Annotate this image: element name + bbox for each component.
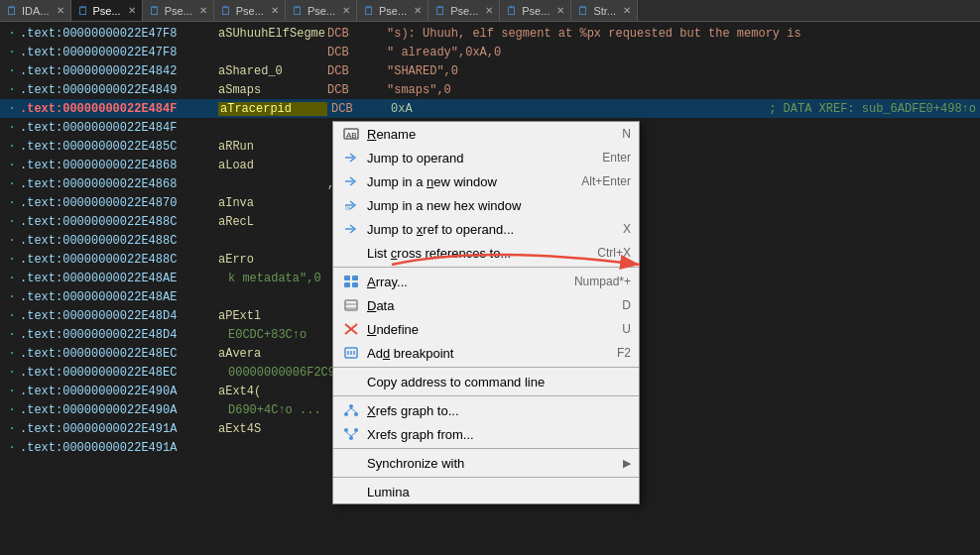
menu-jump-xref-shortcut: X (623, 222, 631, 236)
symbol-name: aShared_0 (218, 64, 327, 78)
address: .text:00000000022E48AE (20, 290, 218, 304)
tab-pse7-close[interactable]: ✕ (556, 5, 564, 16)
svg-rect-5 (344, 282, 350, 287)
symbol-name: aErro (218, 253, 327, 267)
menu-synchronize-label: Synchronize with (367, 456, 623, 471)
svg-rect-4 (352, 276, 358, 280)
tab-str1-label: Str... (593, 5, 616, 17)
tab-pse5-close[interactable]: ✕ (414, 5, 422, 16)
svg-text:0x: 0x (345, 205, 351, 211)
menu-item-jump-xref[interactable]: Jump to xref to operand... X (333, 217, 639, 241)
copy-address-icon (341, 374, 361, 389)
menu-item-rename[interactable]: AB Rename N (333, 122, 639, 146)
address: .text:00000000022E48AE (20, 272, 218, 285)
dot-marker: · (4, 83, 20, 97)
menu-item-list-xrefs[interactable]: List cross references to... Ctrl+X (333, 241, 639, 265)
tab-pse2[interactable]: 🗒 Pse... ✕ (143, 0, 214, 21)
symbol-name: aRecL (218, 215, 327, 229)
menu-separator-2 (333, 367, 639, 368)
menu-item-add-breakpoint[interactable]: Add breakpoint F2 (333, 341, 639, 365)
rename-icon: AB (341, 126, 361, 142)
tab-pse2-close[interactable]: ✕ (199, 5, 207, 16)
symbol-name: aSmaps (218, 83, 327, 97)
menu-item-array[interactable]: Array... Numpad*+ (333, 270, 639, 293)
symbol-name: aTracerpid (218, 102, 327, 116)
jump-hex-window-icon: 0x (341, 197, 361, 213)
dot-marker: · (4, 441, 20, 455)
tab-pse7[interactable]: 🗒 Pse... ✕ (500, 0, 571, 21)
tab-pse5[interactable]: 🗒 Pse... ✕ (357, 0, 429, 21)
menu-list-xrefs-label: List cross references to... (367, 246, 587, 261)
address: .text:00000000022E48D4 (20, 328, 218, 342)
svg-point-16 (349, 404, 353, 408)
instruction: DCB (327, 27, 387, 41)
address: .text:00000000022E488C (20, 215, 218, 229)
tab-pse1[interactable]: 🗒 Pse... ✕ (71, 0, 143, 21)
menu-xrefs-to-label: Xrefs graph to... (367, 403, 621, 418)
tab-pse3-label: Pse... (236, 5, 264, 17)
tab-pse6-close[interactable]: ✕ (485, 5, 493, 16)
menu-separator-4 (333, 448, 639, 449)
tab-pse1-close[interactable]: ✕ (128, 5, 136, 16)
code-line: · .text:00000000022E4849 aSmaps DCB "sma… (0, 80, 980, 99)
menu-copy-address-label: Copy address to command line (367, 375, 621, 389)
instruction: DCB (327, 83, 387, 97)
operand: "s): Uhuuh, elf segment at %px requested… (387, 27, 976, 41)
menu-item-xrefs-graph-from[interactable]: Xrefs graph from... (333, 422, 639, 446)
menu-data-shortcut: D (622, 298, 631, 312)
main-content: · .text:00000000022E47F8 aSUhuuhElfSegme… (0, 22, 980, 555)
menu-item-undefine[interactable]: Undefine U (333, 317, 639, 341)
address: .text:00000000022E485C (20, 140, 218, 154)
tab-ida-icon: 🗒 (6, 4, 18, 18)
address: .text:00000000022E4842 (20, 64, 218, 78)
tab-str1[interactable]: 🗒 Str... ✕ (571, 0, 638, 21)
address: .text:00000000022E47F8 (20, 27, 218, 41)
dot-marker: · (4, 121, 20, 135)
tab-ida-close[interactable]: ✕ (57, 5, 64, 16)
menu-item-jump-operand[interactable]: Jump to operand Enter (333, 146, 639, 169)
tab-pse6[interactable]: 🗒 Pse... ✕ (429, 0, 500, 21)
tab-ida[interactable]: 🗒 IDA... ✕ (0, 0, 71, 21)
address: .text:00000000022E491A (20, 422, 218, 436)
svg-text:AB: AB (346, 131, 357, 140)
dot-marker: · (4, 102, 20, 116)
tab-pse7-label: Pse... (522, 5, 550, 17)
tab-pse4-close[interactable]: ✕ (342, 5, 350, 16)
dot-marker: · (4, 328, 20, 342)
tab-str1-close[interactable]: ✕ (623, 5, 631, 16)
tab-pse3[interactable]: 🗒 Pse... ✕ (214, 0, 286, 21)
symbol-name: aAvera (218, 347, 327, 361)
tab-pse5-label: Pse... (379, 5, 407, 17)
dot-marker: · (4, 272, 20, 285)
tab-pse4[interactable]: 🗒 Pse... ✕ (286, 0, 357, 21)
svg-point-22 (344, 428, 348, 432)
menu-item-xrefs-graph-to[interactable]: Xrefs graph to... (333, 398, 639, 422)
lumina-icon (341, 484, 361, 500)
dot-marker: · (4, 403, 20, 417)
menu-item-jump-new-window[interactable]: Jump in a new window Alt+Enter (333, 169, 639, 193)
menu-item-jump-hex-window[interactable]: 0x Jump in a new hex window (333, 193, 639, 217)
instruction: DCB (327, 46, 387, 59)
tab-pse3-close[interactable]: ✕ (271, 5, 279, 16)
menu-item-data[interactable]: Data D (333, 293, 639, 317)
context-menu: AB Rename N Jump to operand Enter Jump i… (332, 121, 640, 504)
symbol-name: aPExtl (218, 309, 327, 323)
synchronize-icon (341, 455, 361, 471)
svg-line-20 (351, 408, 356, 412)
array-icon (341, 274, 361, 289)
menu-item-lumina[interactable]: Lumina (333, 480, 639, 503)
menu-item-synchronize[interactable]: Synchronize with ▶ (333, 451, 639, 475)
menu-separator-3 (333, 395, 639, 396)
address: .text:00000000022E47F8 (20, 46, 218, 59)
svg-point-23 (354, 428, 358, 432)
dot-marker: · (4, 159, 20, 172)
menu-jump-new-window-shortcut: Alt+Enter (581, 174, 631, 188)
menu-item-copy-address[interactable]: Copy address to command line (333, 370, 639, 393)
symbol-name: aRRun (218, 140, 327, 154)
address: .text:00000000022E48EC (20, 366, 218, 380)
tab-pse4-label: Pse... (307, 5, 335, 17)
address: .text:00000000022E484F (20, 121, 218, 135)
tab-ida-label: IDA... (22, 5, 50, 17)
operand: "SHARED",0 (387, 64, 976, 78)
menu-array-shortcut: Numpad*+ (574, 275, 631, 288)
